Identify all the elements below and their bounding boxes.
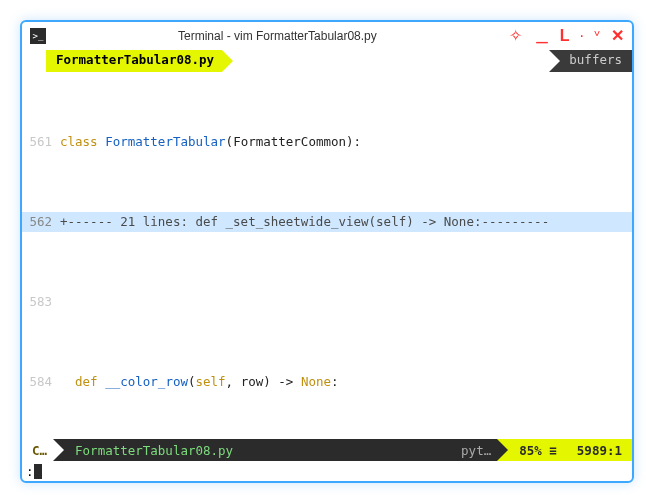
tab-buffers[interactable]: buffers bbox=[549, 50, 632, 72]
titlebar: >_ Terminal - vim FormatterTabular08.py … bbox=[22, 22, 632, 50]
code-line: 584 def __color_row(self, row) -> None: bbox=[22, 372, 632, 392]
line-number: 561 bbox=[22, 132, 60, 152]
move-icon[interactable]: ✧ bbox=[509, 28, 524, 44]
cmd-prompt: : bbox=[26, 464, 34, 479]
status-filetype: pyt… bbox=[451, 439, 497, 461]
status-position: 5989: 1 bbox=[567, 439, 632, 461]
dropdown-button[interactable]: ᵛ bbox=[594, 28, 601, 44]
window-title: Terminal - vim FormatterTabular08.py bbox=[54, 29, 501, 43]
fold-line[interactable]: 562 +------ 21 lines: def _set_sheetwide… bbox=[22, 212, 632, 232]
dot-icon: · bbox=[580, 28, 584, 44]
status-bar: C… FormatterTabular08.py pyt… 85% ≡ 5989… bbox=[22, 439, 632, 461]
editor-pane[interactable]: 561 class FormatterTabular(FormatterComm… bbox=[22, 72, 632, 439]
command-line[interactable]: : bbox=[22, 461, 632, 481]
terminal-app-icon: >_ bbox=[30, 28, 46, 44]
code-line: 583 bbox=[22, 292, 632, 312]
fold-text: +------ 21 lines: def _set_sheetwide_vie… bbox=[60, 212, 632, 232]
code-line: 561 class FormatterTabular(FormatterComm… bbox=[22, 132, 632, 152]
terminal-window: >_ Terminal - vim FormatterTabular08.py … bbox=[20, 20, 634, 483]
line-number: 562 bbox=[22, 212, 60, 232]
maximize-button[interactable]: L bbox=[560, 28, 570, 44]
window-controls: ✧ ＿ L · ᵛ ✕ bbox=[509, 28, 624, 44]
line-number: 583 bbox=[22, 292, 60, 312]
cursor-icon bbox=[34, 464, 42, 479]
status-mode: C… bbox=[22, 439, 53, 461]
close-button[interactable]: ✕ bbox=[611, 28, 624, 44]
tab-active[interactable]: FormatterTabular08.py bbox=[46, 50, 222, 72]
buffer-tabbar: FormatterTabular08.py buffers bbox=[22, 50, 632, 72]
status-filename: FormatterTabular08.py bbox=[53, 439, 451, 461]
line-number: 584 bbox=[22, 372, 60, 392]
minimize-button[interactable]: ＿ bbox=[534, 28, 550, 44]
